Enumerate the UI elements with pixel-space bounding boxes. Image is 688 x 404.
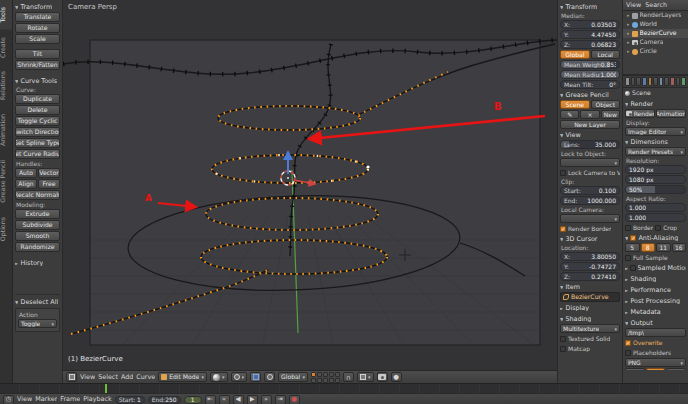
aspect-x-field[interactable]: 1.000: [625, 203, 686, 212]
matcap-row[interactable]: Matcap: [560, 344, 620, 353]
tilt-button[interactable]: Tilt: [15, 49, 60, 59]
frame-end-field[interactable]: End:250: [148, 396, 181, 404]
color-rgb-button[interactable]: RGB: [646, 368, 666, 370]
outliner-item-circle[interactable]: Circle: [623, 47, 688, 56]
timeline-menu-playback[interactable]: Playback: [83, 396, 112, 402]
mean-tilt-field[interactable]: Mean Tilt:0°: [560, 80, 620, 89]
panel-header-transform[interactable]: Transform: [15, 2, 60, 12]
jump-to-start-button[interactable]: ⇤: [205, 395, 216, 404]
tab-render-icon[interactable]: [625, 77, 630, 86]
panel-header-post-processing[interactable]: Post Processing: [625, 296, 686, 306]
outliner-item-camera[interactable]: Camera: [623, 38, 688, 47]
layer-dot[interactable]: [311, 372, 316, 377]
translate-button[interactable]: Translate: [15, 12, 60, 22]
shelf-tab-relations[interactable]: Relations: [0, 64, 13, 107]
panel-header-shading[interactable]: Shading: [560, 314, 620, 324]
clip-end-field[interactable]: End:1000.000: [560, 196, 620, 205]
aa-samples-16-button[interactable]: 16: [672, 243, 687, 252]
layer-dot[interactable]: [335, 378, 340, 383]
outliner-item-beziercurve[interactable]: BezierCurve: [623, 29, 688, 38]
panel-header-performance[interactable]: Performance: [625, 285, 686, 295]
menu-curve[interactable]: Curve: [136, 374, 155, 380]
render-opengl-animation-button[interactable]: ●: [391, 372, 402, 382]
lock-camera-checkbox[interactable]: [560, 170, 566, 176]
resolution-percentage-slider[interactable]: 50%: [625, 185, 686, 194]
local-camera-dropdown[interactable]: [560, 214, 620, 223]
aa-samples-5-button[interactable]: 5: [625, 243, 640, 252]
panel-header-shading[interactable]: Shading: [625, 274, 686, 284]
overwrite-row[interactable]: Overwrite: [625, 338, 686, 347]
crop-checkbox[interactable]: [655, 225, 661, 231]
scale-button[interactable]: Scale: [15, 34, 60, 44]
gp-draw-button[interactable]: ✎: [560, 110, 579, 119]
layer-dot[interactable]: [323, 372, 328, 377]
mode-dropdown[interactable]: Edit Mode: [158, 372, 207, 382]
menu-add[interactable]: Add: [121, 374, 133, 380]
output-path-field[interactable]: /tmp\: [625, 328, 686, 337]
overwrite-checkbox[interactable]: [625, 340, 631, 346]
panel-header-3d-cursor[interactable]: 3D Cursor: [560, 234, 620, 244]
median-z-field[interactable]: Z:0.06823: [560, 40, 620, 49]
smb-checkbox[interactable]: [630, 265, 636, 271]
handles-auto-button[interactable]: Auto: [15, 168, 37, 178]
panel-header-item[interactable]: Item: [560, 282, 620, 292]
gp-source-object-button[interactable]: Object: [591, 100, 621, 109]
layer-dot[interactable]: [311, 378, 316, 383]
snap-element-dropdown[interactable]: [357, 372, 374, 382]
render-opengl-button[interactable]: [377, 372, 388, 382]
shading-mode-dropdown[interactable]: Multitexture: [560, 324, 620, 333]
outliner-item-renderlayers[interactable]: RenderLayers: [623, 11, 688, 20]
lock-camera-row[interactable]: Lock Camera to View: [560, 168, 620, 177]
gp-new-layer-button[interactable]: New Layer: [560, 120, 620, 129]
play-reverse-button[interactable]: ◀: [233, 395, 244, 404]
manipulator-translate-toggle[interactable]: [250, 372, 261, 382]
matcap-checkbox[interactable]: [560, 346, 566, 352]
tab-modifiers-icon[interactable]: [659, 77, 664, 86]
shelf-tab-animation[interactable]: Animation: [0, 107, 13, 153]
shelf-tab-options[interactable]: Options: [0, 210, 13, 248]
viewport-canvas[interactable]: [63, 0, 557, 370]
render-animation-button[interactable]: Animation: [656, 109, 686, 118]
placeholders-row[interactable]: Placeholders: [625, 348, 686, 357]
randomize-button[interactable]: Randomize: [15, 242, 60, 252]
gp-source-scene-button[interactable]: Scene: [560, 100, 590, 109]
shelf-tab-grease-pencil[interactable]: Grease Pencil: [0, 153, 13, 210]
outliner-item-world[interactable]: World: [623, 20, 688, 29]
panel-header-metadata[interactable]: Metadata: [625, 307, 686, 317]
full-sample-row[interactable]: Full Sample: [625, 253, 686, 262]
handles-vector-button[interactable]: Vector: [38, 168, 60, 178]
panel-header-dimensions[interactable]: Dimensions: [625, 137, 686, 147]
switch-direction-button[interactable]: Switch Direction: [15, 127, 60, 137]
resolution-x-field[interactable]: 1920 px: [625, 165, 686, 174]
expand-icon[interactable]: [627, 48, 630, 54]
expand-icon[interactable]: [627, 30, 630, 36]
clip-start-field[interactable]: Start:0.100: [560, 186, 620, 195]
render-display-dropdown[interactable]: Image Editor: [625, 127, 686, 136]
cursor-x-field[interactable]: X:3.80050: [560, 252, 620, 261]
panel-header-output[interactable]: Output: [625, 318, 686, 328]
timeline-track[interactable]: [0, 384, 688, 393]
tab-scene-icon[interactable]: [636, 77, 641, 86]
orientation-dropdown[interactable]: Global: [278, 372, 308, 382]
tab-texture-icon[interactable]: [676, 77, 681, 86]
color-rgba-button[interactable]: RGBA: [666, 368, 686, 370]
play-button[interactable]: ▶: [247, 395, 258, 404]
panel-header-history[interactable]: History: [15, 258, 60, 268]
textured-solid-checkbox[interactable]: [560, 336, 566, 342]
snap-magnet-toggle[interactable]: ∪: [343, 372, 354, 382]
aa-samples-11-button[interactable]: 11: [656, 243, 671, 252]
jump-to-end-button[interactable]: ⇥: [275, 395, 286, 404]
border-checkbox[interactable]: [625, 225, 631, 231]
delete-button[interactable]: Delete: [15, 105, 60, 115]
gp-erase-button[interactable]: ×: [580, 110, 599, 119]
panel-header-anti-aliasing[interactable]: Anti-Aliasing: [625, 233, 686, 243]
full-sample-checkbox[interactable]: [625, 255, 631, 261]
set-spline-type-button[interactable]: Set Spline Type: [15, 138, 60, 148]
layers-widget[interactable]: [311, 372, 340, 383]
operator-panel-header[interactable]: Deselect All: [15, 297, 60, 307]
gp-new-button[interactable]: New: [601, 110, 620, 119]
expand-icon[interactable]: [627, 39, 630, 45]
timeline-menu-marker[interactable]: Marker: [35, 396, 57, 402]
handles-align-button[interactable]: Align: [15, 179, 37, 189]
expand-icon[interactable]: [627, 12, 630, 18]
